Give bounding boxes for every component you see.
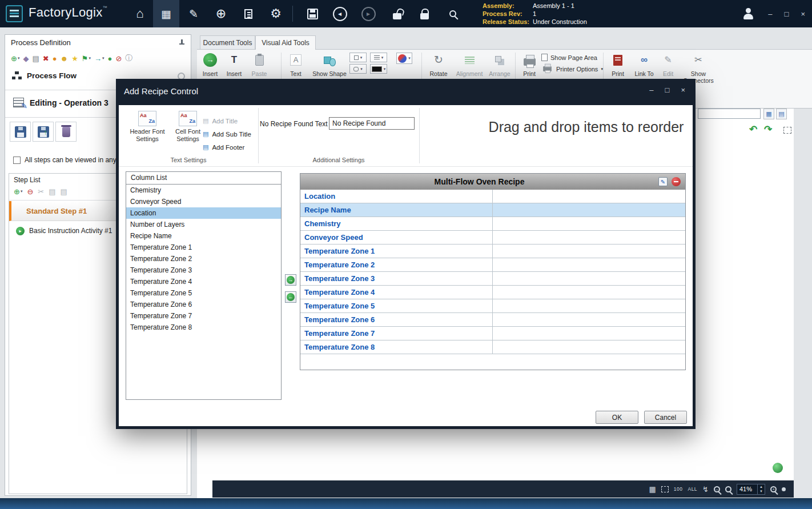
- column-list-item[interactable]: Temperature Zone 6: [126, 299, 281, 310]
- zoom-reset-button[interactable]: [782, 487, 786, 491]
- save-step-button[interactable]: [10, 122, 31, 142]
- select-area-icon[interactable]: [661, 486, 669, 492]
- delete-icon[interactable]: ✖: [43, 53, 49, 63]
- alert-icon[interactable]: ●: [53, 53, 57, 63]
- zoom-level-input[interactable]: 41% ▲▼: [737, 484, 765, 495]
- discard-button[interactable]: [55, 122, 77, 142]
- zoom-in-button[interactable]: +: [770, 486, 777, 492]
- add-footer-button[interactable]: ▤ Add Footer: [203, 141, 251, 154]
- dialog-close-button[interactable]: ×: [681, 86, 685, 94]
- add-sub-title-button[interactable]: ▤ Add Sub Title: [203, 127, 251, 141]
- table-row-selected[interactable]: Recipe Name: [300, 203, 685, 217]
- table-row[interactable]: Chemistry: [300, 217, 685, 231]
- tab-visual-aid-tools[interactable]: Visual Aid Tools: [255, 35, 316, 50]
- column-list-item[interactable]: Conveyor Speed: [126, 196, 281, 207]
- document-toolbar-field[interactable]: [698, 109, 761, 119]
- info-icon[interactable]: ⓘ: [125, 53, 132, 63]
- process-definition-module-button[interactable]: ▦: [153, 0, 179, 27]
- no-recipe-found-input[interactable]: [329, 117, 415, 130]
- table-row[interactable]: Location: [300, 190, 685, 203]
- spin-up-icon[interactable]: ▲: [758, 484, 765, 490]
- user-assign-icon[interactable]: ☻: [60, 53, 68, 63]
- zoom-out-button[interactable]: –: [714, 486, 720, 492]
- add-title-button[interactable]: ▤ Add Title: [203, 114, 251, 127]
- line-color-picker[interactable]: ▾: [370, 64, 387, 74]
- process-flow-item[interactable]: Process Flow: [12, 71, 77, 80]
- close-button[interactable]: ×: [801, 10, 805, 18]
- remove-step-button[interactable]: ⊖: [27, 186, 33, 197]
- layout-view-button[interactable]: ▤: [776, 109, 787, 119]
- line-style-picker[interactable]: ▾: [370, 53, 387, 62]
- cell-font-settings-button[interactable]: Cell Font Settings: [170, 111, 206, 143]
- zoom-all-button[interactable]: ALL: [688, 486, 697, 492]
- arrange-button[interactable]: Arrange: [485, 51, 514, 77]
- pin-icon[interactable]: [179, 39, 185, 46]
- favorite-icon[interactable]: ★: [71, 53, 78, 63]
- column-list-item[interactable]: Temperature Zone 1: [126, 242, 281, 253]
- remove-column-button[interactable]: ←: [285, 291, 296, 303]
- table-row[interactable]: Temperature Zone 5: [300, 299, 685, 313]
- save-button[interactable]: [299, 0, 325, 27]
- zoom-spinner[interactable]: ▲▼: [757, 484, 765, 494]
- remove-table-button[interactable]: [672, 177, 681, 186]
- column-list-item[interactable]: Chemistry: [126, 185, 281, 196]
- shape-square-picker[interactable]: ▾: [349, 53, 367, 62]
- back-button[interactable]: ◂: [327, 0, 353, 27]
- add-button[interactable]: ⊕▾: [11, 53, 19, 63]
- edit-button[interactable]: ✎ Edit: [658, 51, 678, 77]
- cut-icon[interactable]: ✂: [38, 186, 44, 197]
- show-shape-button[interactable]: Show Shape: [312, 51, 347, 77]
- column-list-item[interactable]: Recipe Name: [126, 230, 281, 242]
- dialog-ma ximize-button[interactable]: □: [665, 86, 670, 94]
- group-icon[interactable]: ◆: [23, 53, 29, 63]
- home-button[interactable]: ⌂: [127, 0, 153, 27]
- cancel-button[interactable]: Cancel: [644, 411, 687, 424]
- tab-document-tools[interactable]: Document Tools: [200, 35, 255, 50]
- print-button[interactable]: Print: [517, 51, 541, 77]
- table-row[interactable]: Conveyor Speed: [300, 231, 685, 245]
- column-list-item[interactable]: Temperature Zone 5: [126, 287, 281, 299]
- print-document-button[interactable]: Print: [606, 51, 629, 77]
- document-edit-button[interactable]: ✎: [180, 0, 207, 27]
- spin-down-icon[interactable]: ▼: [758, 489, 765, 494]
- insert-shape-button[interactable]: → Insert: [199, 51, 222, 77]
- zoom-counter[interactable]: 100: [674, 486, 683, 492]
- maximize-button[interactable]: □: [785, 10, 789, 18]
- status-indicator-icon[interactable]: [773, 463, 783, 473]
- block-icon[interactable]: ⊘: [115, 53, 122, 63]
- paste-step-icon[interactable]: ▤: [61, 186, 67, 197]
- dialog-minimize-button[interactable]: –: [649, 86, 653, 94]
- minimize-button[interactable]: –: [768, 10, 772, 18]
- table-row[interactable]: Temperature Zone 4: [300, 286, 685, 299]
- ok-button[interactable]: OK: [596, 411, 638, 424]
- column-list-item[interactable]: Temperature Zone 8: [126, 322, 281, 333]
- table-row[interactable]: Temperature Zone 1: [300, 245, 685, 258]
- printer-options-button[interactable]: Printer Options ▾: [541, 65, 603, 73]
- goto-button[interactable]: →▾: [94, 53, 104, 63]
- column-list-item[interactable]: Temperature Zone 4: [126, 276, 281, 287]
- shape-rounded-picker[interactable]: ▾: [349, 64, 367, 74]
- selection-marquee-icon[interactable]: [783, 127, 791, 134]
- forward-button[interactable]: ▸: [355, 0, 381, 27]
- table-row[interactable]: Temperature Zone 3: [300, 272, 685, 286]
- next-button[interactable]: ↷: [764, 123, 772, 135]
- start-icon[interactable]: ●: [108, 53, 112, 63]
- column-list-item[interactable]: Temperature Zone 3: [126, 264, 281, 276]
- alignment-button[interactable]: Alignment: [455, 51, 484, 77]
- edit-table-button[interactable]: ✎: [658, 177, 668, 186]
- user-menu-button[interactable]: [735, 0, 762, 27]
- column-list-item-selected[interactable]: Location: [126, 207, 281, 219]
- fill-color-picker[interactable]: ▾: [396, 53, 412, 64]
- zoom-tool-button[interactable]: [725, 486, 731, 492]
- settings-button[interactable]: ⚙: [263, 0, 289, 27]
- copy-step-icon[interactable]: ▤: [49, 186, 55, 197]
- copy-icon[interactable]: ▤: [32, 53, 39, 63]
- grid-view-button[interactable]: ▦: [763, 109, 774, 119]
- documents-button[interactable]: [235, 0, 262, 27]
- column-list-item[interactable]: Temperature Zone 2: [126, 253, 281, 264]
- add-step-button[interactable]: ⊕▾: [14, 186, 22, 197]
- rotate-button[interactable]: ↻ Rotate: [425, 51, 452, 77]
- column-list-item[interactable]: Number of Layers: [126, 219, 281, 230]
- paste-button[interactable]: Paste: [247, 51, 272, 77]
- header-font-settings-button[interactable]: Header Font Settings: [127, 111, 168, 143]
